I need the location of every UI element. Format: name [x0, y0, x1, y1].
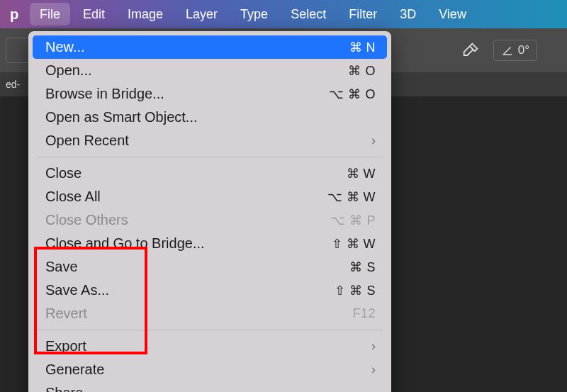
menu-item-shortcut: ⇧ ⌘ S	[335, 283, 376, 298]
menu-item-shortcut: ⌥ ⌘ O	[329, 86, 376, 102]
menubar: p FileEditImageLayerTypeSelectFilter3DVi…	[0, 0, 567, 28]
menu-item-label: New...	[45, 39, 349, 55]
menu-item-save[interactable]: Save⌘ S	[28, 255, 391, 279]
menu-item-label: Open as Smart Object...	[45, 109, 376, 125]
menu-3d[interactable]: 3D	[388, 0, 427, 28]
menu-item-close-all[interactable]: Close All⌥ ⌘ W	[28, 185, 391, 208]
menu-item-shortcut: ⌥ ⌘ P	[330, 213, 376, 228]
menu-item-label: Close	[45, 165, 347, 181]
menu-item-label: Close and Go to Bridge...	[45, 235, 332, 252]
menu-item-save-as[interactable]: Save As...⇧ ⌘ S	[28, 279, 391, 302]
menu-item-new[interactable]: New...⌘ N	[33, 35, 387, 59]
menu-item-label: Browse in Bridge...	[45, 86, 329, 102]
menu-edit[interactable]: Edit	[72, 0, 116, 28]
menu-view[interactable]: View	[427, 0, 478, 28]
menu-item-label: Close Others	[45, 212, 330, 228]
menu-item-export[interactable]: Export›	[28, 335, 391, 358]
menu-item-label: Open...	[45, 62, 348, 79]
menu-item-shortcut: ⌘ S	[349, 259, 376, 275]
app-icon-fragment: p	[0, 0, 28, 28]
menu-item-label: Save As...	[45, 282, 335, 298]
menu-item-revert: RevertF12	[28, 302, 391, 325]
menu-image[interactable]: Image	[116, 0, 174, 28]
menu-item-label: Open Recent	[45, 133, 371, 149]
menu-layer[interactable]: Layer	[174, 0, 229, 28]
menu-item-shortcut: ⌘ O	[348, 63, 376, 79]
menu-item-open-as-smart-object[interactable]: Open as Smart Object...	[28, 106, 391, 129]
menu-item-shortcut: ⌘ W	[347, 166, 376, 181]
menu-item-label: Export	[45, 338, 371, 354]
menu-separator	[37, 157, 383, 157]
menu-item-browse-in-bridge[interactable]: Browse in Bridge...⌥ ⌘ O	[28, 82, 391, 106]
chevron-right-icon: ›	[371, 133, 376, 148]
menu-item-close-and-go-to-bridge[interactable]: Close and Go to Bridge...⇧ ⌘ W	[28, 232, 391, 255]
angle-icon	[501, 44, 514, 57]
menu-filter[interactable]: Filter	[337, 0, 388, 28]
menu-select[interactable]: Select	[279, 0, 337, 28]
menu-item-shortcut: ⇧ ⌘ W	[332, 236, 376, 252]
file-menu-dropdown: New...⌘ NOpen...⌘ OBrowse in Bridge...⌥ …	[28, 31, 391, 392]
menu-item-share[interactable]: Share...	[28, 381, 391, 392]
menu-item-generate[interactable]: Generate›	[28, 358, 391, 381]
menu-item-label: Revert	[45, 306, 352, 322]
menu-item-shortcut: ⌘ N	[349, 40, 376, 55]
chevron-right-icon: ›	[371, 362, 376, 377]
menu-item-label: Share...	[45, 385, 376, 392]
menu-item-shortcut: ⌥ ⌘ W	[327, 189, 376, 205]
menu-separator	[37, 330, 383, 330]
rotation-field[interactable]: 0°	[493, 40, 537, 61]
eyedropper-icon[interactable]	[461, 40, 481, 60]
menu-item-label: Close All	[45, 189, 327, 205]
tab-fragment[interactable]: ed-	[6, 79, 20, 90]
menu-item-label: Save	[45, 259, 349, 275]
menu-item-label: Generate	[45, 362, 371, 378]
menu-type[interactable]: Type	[229, 0, 279, 28]
menu-item-close[interactable]: Close⌘ W	[28, 162, 391, 185]
chevron-right-icon: ›	[371, 339, 376, 354]
rotation-value: 0°	[518, 43, 529, 57]
menu-item-shortcut: F12	[352, 306, 376, 321]
menu-item-close-others: Close Others⌥ ⌘ P	[28, 208, 391, 232]
menu-item-open[interactable]: Open...⌘ O	[28, 59, 391, 82]
menu-item-open-recent[interactable]: Open Recent›	[28, 129, 391, 152]
menu-file[interactable]: File	[30, 3, 70, 26]
